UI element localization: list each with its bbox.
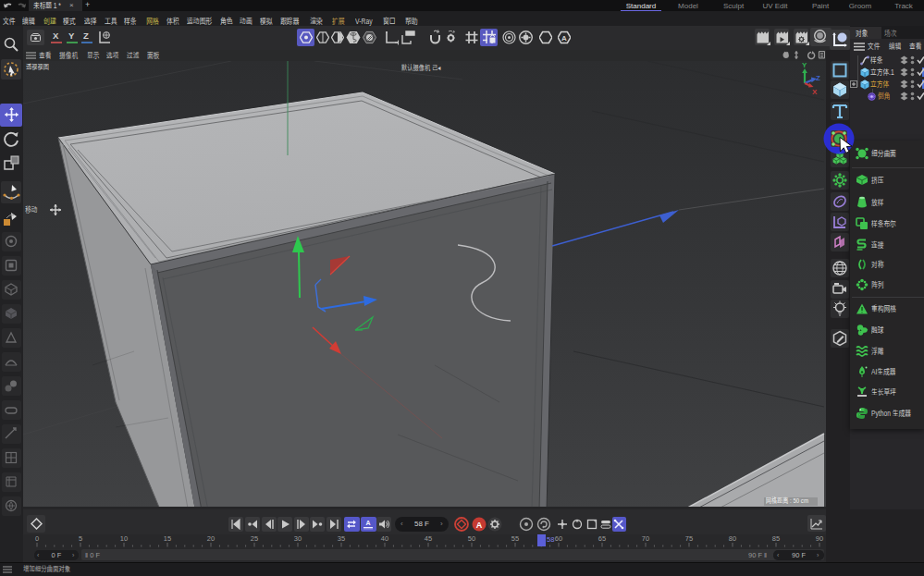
svg-text:Y: Y <box>802 61 807 69</box>
svg-text:Z: Z <box>816 74 820 82</box>
svg-text:A: A <box>365 520 370 526</box>
svg-text:A: A <box>561 34 567 43</box>
svg-text:X: X <box>812 88 818 96</box>
svg-text:A: A <box>476 521 483 530</box>
